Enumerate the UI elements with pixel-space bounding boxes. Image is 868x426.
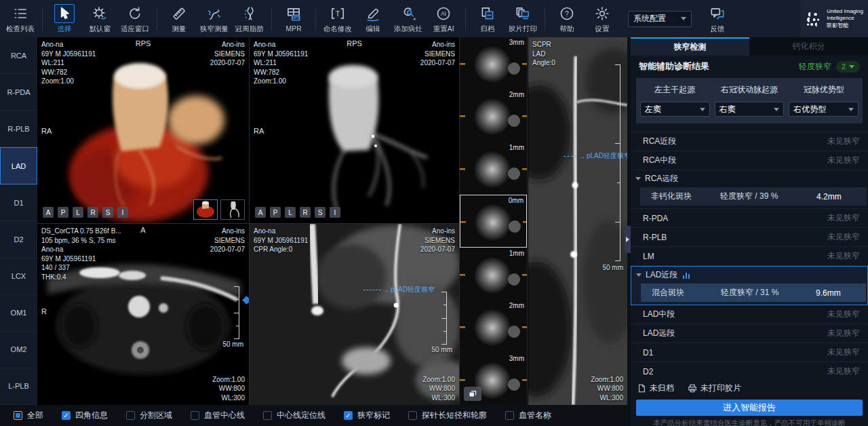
- system-config-select[interactable]: 系统配置: [628, 11, 692, 27]
- checkbox[interactable]: ✓: [62, 411, 71, 420]
- panel-collapse-handle[interactable]: [625, 226, 631, 253]
- tool-archive[interactable]: 归档: [470, 4, 505, 34]
- axis-button-a[interactable]: A: [43, 207, 54, 218]
- segment-row-RCA中段[interactable]: RCA中段未见狭窄: [631, 151, 868, 170]
- checkbox[interactable]: [505, 411, 514, 420]
- display-option-四角信息[interactable]: ✓四角信息: [62, 410, 108, 421]
- tool-default-window[interactable]: 默认窗: [82, 4, 117, 34]
- sidebar-item-d1[interactable]: D1: [0, 185, 37, 221]
- checkbox[interactable]: ✓: [344, 411, 353, 420]
- segment-group-LAD近段[interactable]: LAD近段混合斑块轻度狭窄 / 31 %9.6mm: [631, 266, 868, 305]
- checkbox[interactable]: [191, 411, 199, 420]
- sidebar-item-l-plb[interactable]: L-PLB: [0, 368, 37, 405]
- sidebar-item-lad[interactable]: LAD: [0, 147, 37, 185]
- tool-settings[interactable]: 设置: [585, 4, 620, 34]
- display-option-探针长短径和轮廓[interactable]: 探针长短径和轮廓: [408, 410, 487, 421]
- axis-button-l[interactable]: L: [73, 207, 83, 218]
- sidebar-item-om1[interactable]: OM1: [0, 295, 37, 332]
- cross-section-tile[interactable]: 2mm: [460, 90, 527, 141]
- strip-layout-button[interactable]: [464, 387, 481, 401]
- ruler-label: 50 mm: [222, 341, 243, 348]
- stenosis-annotation[interactable]: →pLAD轻度狭窄: [363, 285, 435, 294]
- tool-measure[interactable]: 测量: [161, 4, 197, 34]
- toolbar: 检查列表选择默认窗适应窗口测量狭窄测量冠周脂肪MPRMPRT命名修改编辑添加病灶…: [0, 0, 800, 37]
- tool-help[interactable]: ?帮助: [549, 4, 585, 34]
- thumbnail-vessel-tree[interactable]: [220, 199, 245, 220]
- axis-button-a[interactable]: A: [255, 207, 266, 218]
- cross-section-tile[interactable]: 0mm: [460, 195, 527, 248]
- tab-stenosis-detection[interactable]: 狭窄检测: [631, 37, 749, 56]
- tab-calcium-score[interactable]: 钙化积分: [749, 37, 868, 56]
- collapse-triangle-icon[interactable]: [636, 273, 642, 277]
- cross-section-tile[interactable]: 3mm: [460, 37, 527, 89]
- axis-button-i[interactable]: I: [117, 207, 128, 218]
- display-option-血管中心线[interactable]: 血管中心线: [191, 410, 245, 421]
- tool-reset-ai[interactable]: AI重置AI: [426, 4, 461, 34]
- severity-count-dropdown[interactable]: 2: [836, 61, 860, 73]
- display-option-血管名称[interactable]: 血管名称: [505, 410, 551, 421]
- display-option-全部[interactable]: 全部: [14, 410, 43, 421]
- lesion-row[interactable]: 非钙化斑块轻度狭窄 / 39 %4.2mm: [640, 187, 867, 206]
- sidebar-item-lcx[interactable]: LCX: [0, 258, 37, 295]
- sidebar-item-r-pda[interactable]: R-PDA: [0, 74, 37, 111]
- segment-row-D2[interactable]: D2未见狭窄: [631, 362, 868, 377]
- sidebar-item-rca[interactable]: RCA: [0, 37, 37, 74]
- origin-select[interactable]: 右优势型: [789, 102, 859, 117]
- thumbnail-heart-vr[interactable]: [193, 199, 218, 220]
- origin-select[interactable]: 右窦: [715, 102, 785, 117]
- checkbox[interactable]: [263, 411, 272, 420]
- axis-button-i[interactable]: I: [330, 207, 340, 218]
- viewport-vessel-vr[interactable]: Ano-na69Y M J05961191WL:211WW:782Zoom:1.…: [250, 37, 460, 224]
- segment-group-RCA远段[interactable]: RCA远段非钙化斑块轻度狭窄 / 39 %4.2mm: [631, 170, 868, 209]
- axis-button-r[interactable]: R: [87, 207, 98, 218]
- display-option-狭窄标记[interactable]: ✓狭窄标记: [344, 410, 390, 421]
- tool-rename[interactable]: T命名修改: [320, 4, 355, 34]
- checkbox[interactable]: [408, 411, 417, 420]
- collapse-triangle-icon[interactable]: [635, 177, 641, 180]
- uii-logo-icon: [805, 9, 823, 29]
- viewport-3d-vr[interactable]: Ano-na69Y M J05961191WL:211WW:782Zoom:1.…: [37, 37, 250, 224]
- tool-label: 帮助: [560, 24, 574, 33]
- viewport-cpr[interactable]: Ano-na69Y M J05961191CPR Angle:0 Ano-ins…: [250, 224, 460, 405]
- tool-edit[interactable]: 编辑: [355, 4, 391, 34]
- lesion-row[interactable]: 混合斑块轻度狭窄 / 31 %9.6mm: [641, 284, 866, 302]
- segment-row-R-PLB[interactable]: R-PLB未见狭窄: [631, 228, 868, 247]
- checkbox[interactable]: [14, 411, 22, 420]
- sidebar-item-d2[interactable]: D2: [0, 221, 37, 258]
- cross-section-tile[interactable]: 1mm: [460, 248, 527, 300]
- enter-smart-report-button[interactable]: 进入智能报告: [636, 400, 863, 416]
- tool-film-print[interactable]: 胶片打印: [505, 4, 540, 34]
- axis-button-s[interactable]: S: [102, 207, 113, 218]
- checkbox[interactable]: [126, 411, 135, 420]
- tool-cursor[interactable]: 选择: [47, 4, 82, 34]
- display-option-分割区域[interactable]: 分割区域: [126, 410, 172, 421]
- chart-bars-icon[interactable]: [683, 272, 690, 279]
- axis-button-p[interactable]: P: [58, 207, 68, 218]
- segment-row-LM[interactable]: LM未见狭窄: [631, 247, 868, 266]
- tool-add-lesion[interactable]: 添加病灶: [391, 4, 426, 34]
- viewport-axial-ct[interactable]: DS_CorCTA 0.75 B26f B...105 bpm, 36 % S,…: [37, 224, 250, 405]
- cross-section-tile[interactable]: 2mm: [460, 301, 527, 352]
- axis-button-r[interactable]: R: [300, 207, 311, 218]
- origin-select[interactable]: 左窦: [640, 102, 710, 117]
- segment-row-LAD中段[interactable]: LAD中段未见狭窄: [631, 305, 868, 324]
- axis-button-l[interactable]: L: [285, 207, 296, 218]
- tool-feedback[interactable]: 反馈: [700, 4, 735, 34]
- tool-stenosis-measure[interactable]: 狭窄测量: [197, 4, 232, 34]
- segment-row-LAD远段[interactable]: LAD远段未见狭窄: [631, 324, 868, 343]
- tool-pericoronary-fat[interactable]: 冠周脂肪: [232, 4, 267, 34]
- tool-fit-window[interactable]: 适应窗口: [117, 4, 153, 34]
- tool-mpr[interactable]: MPRMPR: [276, 5, 311, 33]
- axis-button-s[interactable]: S: [315, 207, 326, 218]
- sidebar-item-om2[interactable]: OM2: [0, 332, 37, 368]
- display-option-中心线定位线[interactable]: 中心线定位线: [263, 410, 326, 421]
- segment-row-RCA近段[interactable]: RCA近段未见狭窄: [631, 132, 868, 151]
- cross-section-tile[interactable]: 1mm: [460, 142, 527, 194]
- tool-exam-list[interactable]: 检查列表: [3, 4, 38, 34]
- segment-row-D1[interactable]: D1未见狭窄: [631, 343, 868, 362]
- cross-section-tile[interactable]: 3mm: [460, 353, 527, 405]
- segment-row-R-PDA[interactable]: R-PDA未见狭窄: [631, 209, 868, 228]
- axis-button-p[interactable]: P: [270, 207, 281, 218]
- sidebar-item-r-plb[interactable]: R-PLB: [0, 111, 37, 147]
- viewport-scpr[interactable]: SCPRLADAngle:0 →pLAD轻度狭窄 50 mm Zoom:1.00…: [528, 37, 627, 405]
